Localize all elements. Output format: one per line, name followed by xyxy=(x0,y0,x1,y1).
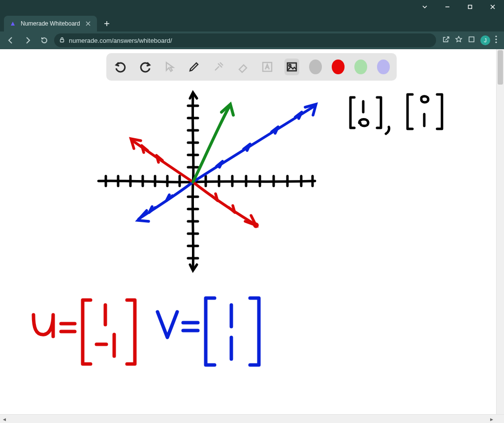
vertical-scrollbar[interactable] xyxy=(496,49,504,414)
svg-marker-4 xyxy=(11,22,15,26)
profile-avatar[interactable]: J xyxy=(480,35,490,45)
window-maximize-button[interactable] xyxy=(459,0,481,14)
share-icon[interactable] xyxy=(442,35,450,45)
svg-point-11 xyxy=(495,35,497,37)
svg-point-13 xyxy=(495,41,497,43)
hscroll-left-arrow-icon[interactable]: ◄ xyxy=(0,415,9,423)
tab-title: Numerade Whiteboard xyxy=(21,20,80,27)
svg-rect-1 xyxy=(469,5,472,9)
window-titlebar xyxy=(0,0,504,14)
svg-point-17 xyxy=(254,224,257,227)
window-dropdown-icon[interactable] xyxy=(413,0,436,14)
tab-close-icon[interactable] xyxy=(84,20,92,28)
vertical-scrollbar-thumb[interactable] xyxy=(498,50,503,85)
window-close-button[interactable] xyxy=(481,0,504,14)
whiteboard-canvas[interactable] xyxy=(0,49,496,414)
bookmark-icon[interactable] xyxy=(455,35,463,45)
avatar-initial: J xyxy=(484,37,487,43)
tab-strip: Numerade Whiteboard xyxy=(0,14,504,31)
url-text: numerade.com/answers/whiteboard/ xyxy=(69,37,172,44)
browser-right-icons: J xyxy=(439,35,500,45)
url-box[interactable]: numerade.com/answers/whiteboard/ xyxy=(54,33,436,47)
lock-icon xyxy=(59,37,65,44)
scrollbar-corner xyxy=(496,415,504,423)
window-minimize-button[interactable] xyxy=(436,0,459,14)
back-button[interactable] xyxy=(4,33,18,47)
horizontal-scrollbar[interactable]: ◄ ► xyxy=(0,414,504,423)
page-content xyxy=(0,49,504,414)
address-bar: numerade.com/answers/whiteboard/ J xyxy=(0,31,504,49)
extensions-icon[interactable] xyxy=(468,35,475,45)
tab-numerade-whiteboard[interactable]: Numerade Whiteboard xyxy=(4,16,97,31)
hscroll-right-arrow-icon[interactable]: ► xyxy=(487,415,496,423)
reload-button[interactable] xyxy=(37,33,51,47)
forward-button[interactable] xyxy=(21,33,34,47)
tab-favicon-icon xyxy=(9,20,17,28)
svg-rect-9 xyxy=(61,39,64,42)
svg-rect-10 xyxy=(469,37,474,42)
kebab-menu-icon[interactable] xyxy=(495,35,497,45)
new-tab-button[interactable] xyxy=(100,17,114,30)
svg-point-12 xyxy=(495,38,497,40)
